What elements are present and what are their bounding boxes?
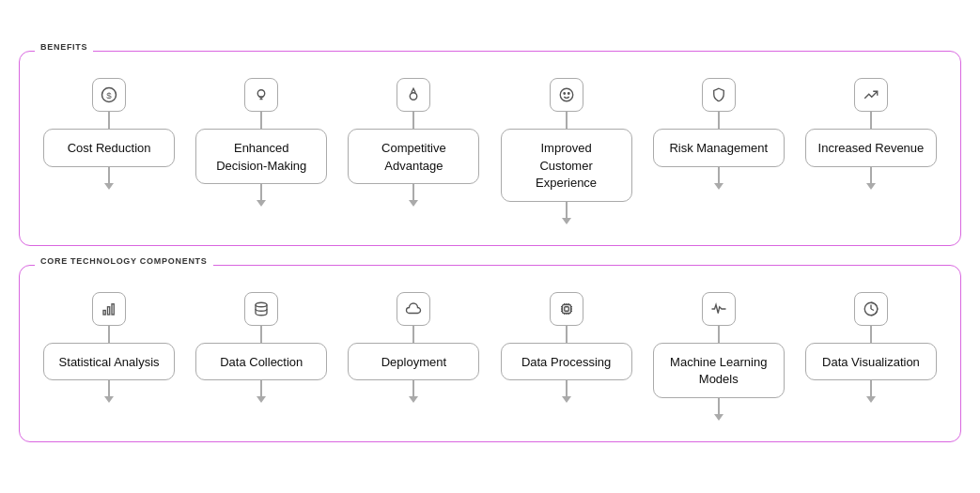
database-icon — [253, 300, 270, 317]
connector-bottom — [566, 380, 568, 397]
svg-point-10 — [256, 302, 267, 307]
ml-models-col: Machine Learning Models — [646, 292, 791, 421]
enhanced-decision-col: Enhanced Decision-Making — [189, 78, 334, 207]
increased-revenue-card: Increased Revenue — [805, 129, 937, 167]
svg-point-6 — [568, 93, 569, 95]
data-processing-text: Data Processing — [521, 355, 611, 369]
connector-bottom — [718, 167, 720, 184]
data-collection-text: Data Collection — [220, 355, 303, 369]
pie-clock-icon — [863, 300, 879, 317]
arrow-down — [866, 396, 876, 403]
processor-icon-box — [550, 292, 583, 326]
svg-rect-9 — [112, 304, 114, 315]
trending-icon-box — [854, 78, 888, 112]
heartbeat-icon-box — [702, 292, 736, 326]
arrow-down — [409, 396, 418, 403]
connector-v — [870, 112, 872, 129]
cloud-icon — [405, 300, 422, 317]
connector-bottom — [566, 202, 568, 219]
connector-v — [412, 112, 414, 129]
competitive-advantage-text: Competitive Advantage — [381, 141, 446, 173]
deployment-col: Deployment — [341, 292, 486, 404]
benefits-label: BENEFITS — [35, 42, 93, 52]
cost-reduction-text: Cost Reduction — [68, 141, 151, 155]
arrow-down — [257, 396, 266, 403]
cost-reduction-col: $ Cost Reduction — [37, 78, 181, 190]
connector-v — [566, 326, 568, 343]
arrow-down — [257, 200, 266, 207]
bar-chart-icon-box — [92, 292, 126, 326]
core-tech-label: CORE TECHNOLOGY COMPONENTS — [35, 256, 213, 266]
improved-customer-text: Improved Customer Experience — [536, 141, 597, 190]
connector-bottom — [412, 380, 414, 397]
connector-v — [108, 326, 110, 343]
medal-icon-box — [397, 78, 430, 112]
benefits-items-row: $ Cost Reduction Enhanced Decision-Makin… — [37, 69, 943, 224]
arrow-down — [104, 183, 114, 190]
smiley-icon-box — [550, 78, 583, 112]
arrow-down — [866, 183, 876, 190]
enhanced-decision-text: Enhanced Decision-Making — [216, 141, 306, 173]
data-processing-col: Data Processing — [494, 292, 639, 404]
statistical-analysis-col: Statistical Analysis — [37, 292, 181, 404]
svg-point-5 — [564, 93, 566, 95]
connector-v — [566, 112, 568, 129]
statistical-analysis-text: Statistical Analysis — [59, 355, 160, 369]
svg-rect-7 — [103, 310, 105, 315]
connector-bottom — [108, 380, 110, 397]
trending-icon — [863, 86, 879, 103]
competitive-advantage-col: Competitive Advantage — [341, 78, 486, 207]
svg-text:$: $ — [106, 90, 112, 100]
arrow-down — [714, 183, 723, 190]
smiley-icon — [558, 86, 575, 103]
cloud-icon-box — [397, 292, 430, 326]
data-visualization-text: Data Visualization — [822, 355, 920, 369]
connector-v — [718, 112, 720, 129]
heartbeat-icon — [710, 300, 727, 317]
database-icon-box — [244, 292, 278, 326]
core-tech-items-row: Statistical Analysis Data Collection — [37, 283, 943, 421]
data-processing-card: Data Processing — [501, 343, 632, 381]
processor-icon — [558, 300, 575, 317]
shield-icon-box — [702, 78, 736, 112]
increased-revenue-text: Increased Revenue — [818, 141, 925, 155]
bulb-icon-box — [244, 78, 278, 112]
enhanced-decision-card: Enhanced Decision-Making — [195, 129, 327, 184]
svg-rect-11 — [562, 304, 570, 313]
svg-point-2 — [258, 90, 266, 98]
improved-customer-col: Improved Customer Experience — [494, 78, 639, 224]
connector-v — [260, 112, 262, 129]
connector-bottom — [870, 167, 872, 184]
improved-customer-card: Improved Customer Experience — [501, 129, 632, 202]
increased-revenue-col: Increased Revenue — [799, 78, 943, 190]
data-visualization-col: Data Visualization — [799, 292, 943, 404]
ml-models-card: Machine Learning Models — [653, 343, 785, 398]
cost-reduction-card: Cost Reduction — [43, 129, 175, 167]
ml-models-text: Machine Learning Models — [670, 355, 767, 387]
statistical-analysis-card: Statistical Analysis — [43, 343, 175, 381]
arrow-down — [104, 396, 114, 403]
connector-bottom — [260, 380, 262, 397]
pie-clock-icon-box — [854, 292, 888, 326]
shield-icon — [710, 86, 727, 103]
benefits-section: BENEFITS $ Cost Reduction — [19, 51, 961, 246]
connector-v — [260, 326, 262, 343]
svg-point-3 — [411, 93, 418, 100]
medal-icon — [405, 86, 422, 103]
arrow-down — [562, 218, 571, 224]
deployment-card: Deployment — [348, 343, 479, 381]
bar-chart-icon — [101, 300, 117, 317]
connector-v — [108, 112, 110, 129]
data-collection-card: Data Collection — [195, 343, 327, 381]
bulb-icon — [253, 86, 270, 103]
svg-point-4 — [560, 88, 573, 101]
dollar-icon-box: $ — [92, 78, 126, 112]
connector-v — [412, 326, 414, 343]
arrow-down — [409, 200, 418, 207]
risk-management-col: Risk Management — [646, 78, 791, 190]
connector-bottom — [870, 380, 872, 397]
connector-bottom — [260, 184, 262, 201]
deployment-text: Deployment — [381, 355, 446, 369]
core-tech-section: CORE TECHNOLOGY COMPONENTS Statistical A… — [19, 265, 961, 442]
data-collection-col: Data Collection — [189, 292, 334, 404]
